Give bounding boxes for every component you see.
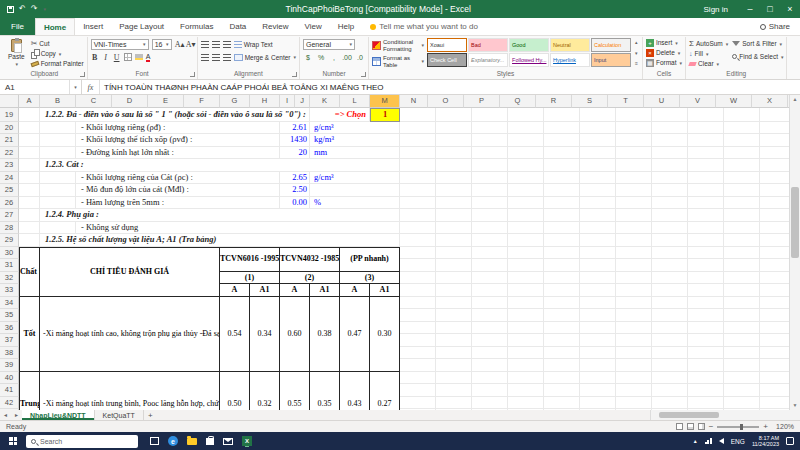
- task-view-icon[interactable]: [150, 437, 159, 445]
- increase-decimal-icon[interactable]: .00: [342, 54, 352, 61]
- align-center-icon[interactable]: [212, 54, 220, 61]
- cell-ham-luong-unit[interactable]: %: [310, 197, 400, 210]
- zoom-out-icon[interactable]: −: [709, 422, 714, 431]
- cell-style-hyperlink[interactable]: Hyperlink: [550, 53, 590, 67]
- qat-customize-icon[interactable]: ▾: [43, 0, 46, 18]
- sheet-nav-right-icon[interactable]: ►: [11, 410, 22, 420]
- minimize-button[interactable]: –: [740, 0, 760, 18]
- table-num3[interactable]: (3): [340, 272, 400, 285]
- tray-expand-icon[interactable]: ▲: [693, 438, 698, 444]
- table-good-name[interactable]: Tốt: [19, 297, 40, 372]
- cells-empty[interactable]: [400, 259, 800, 272]
- table-quality-header[interactable]: Chất lượng vật liệu: [19, 247, 40, 297]
- cell-style-neutral[interactable]: Neutral: [550, 38, 590, 52]
- column-header-K[interactable]: K: [310, 95, 340, 108]
- italic-button[interactable]: I: [102, 53, 110, 62]
- cell-empty[interactable]: [19, 108, 40, 122]
- network-icon[interactable]: [705, 438, 712, 444]
- cells-empty[interactable]: [400, 297, 800, 310]
- column-header-A[interactable]: A: [19, 95, 40, 108]
- row-header-20[interactable]: 20: [0, 122, 19, 135]
- close-button[interactable]: ×: [780, 0, 800, 18]
- vertical-scrollbar[interactable]: ▲ ▼: [789, 95, 800, 410]
- cell-khoi-luong-rieng-unit[interactable]: g/cm³: [310, 122, 400, 135]
- undo-icon[interactable]: ↶: [19, 0, 26, 18]
- row-header-27[interactable]: 27: [0, 209, 19, 222]
- vertical-scroll-thumb[interactable]: [791, 187, 799, 258]
- column-header-D[interactable]: D: [112, 95, 148, 108]
- alignment-dialog-launcher[interactable]: [292, 72, 297, 77]
- column-header-H[interactable]: H: [250, 95, 280, 108]
- table-group2-header[interactable]: TCVN4032 -1985 (PP vữa nhanh): [280, 247, 340, 272]
- column-header-L[interactable]: L: [340, 95, 370, 108]
- underline-button[interactable]: U: [113, 53, 121, 62]
- cell-mo-dun-value[interactable]: 2.50: [280, 184, 310, 197]
- sort-filter-button[interactable]: Sort & Filter▾: [732, 39, 783, 48]
- cell-empty[interactable]: [19, 122, 40, 135]
- cell-chon-label[interactable]: => Chọn: [310, 108, 370, 122]
- table-good-v6[interactable]: 0.30: [370, 297, 400, 372]
- row-header-43[interactable]: 43: [0, 409, 19, 410]
- cell-empty[interactable]: [19, 197, 40, 210]
- borders-icon[interactable]: [124, 53, 132, 61]
- cell-mo-dun-unit[interactable]: [310, 184, 400, 197]
- bold-button[interactable]: B: [91, 53, 99, 62]
- cells-empty[interactable]: [400, 172, 800, 185]
- cell-empty[interactable]: [40, 197, 76, 210]
- table-medium-v5[interactable]: 0.43: [340, 372, 370, 411]
- row-header-35[interactable]: 35: [0, 309, 19, 322]
- zoom-slider-thumb[interactable]: [740, 424, 743, 430]
- row-header-21[interactable]: 21: [0, 134, 19, 147]
- row-header-24[interactable]: 24: [0, 172, 19, 185]
- zoom-level[interactable]: 120%: [772, 423, 794, 430]
- table-medium-v1[interactable]: 0.50: [220, 372, 250, 411]
- cell-empty[interactable]: [19, 184, 40, 197]
- share-button[interactable]: Share: [750, 18, 800, 35]
- cell-style-calculation[interactable]: Calculation: [591, 38, 631, 52]
- maximize-button[interactable]: □: [760, 0, 780, 18]
- cell-empty[interactable]: [19, 172, 40, 185]
- tell-me-box[interactable]: Tell me what you want to do: [362, 18, 486, 35]
- action-center-icon[interactable]: [786, 437, 794, 445]
- zoom-slider[interactable]: [717, 426, 759, 428]
- cells-empty[interactable]: [400, 159, 800, 172]
- format-as-table-button[interactable]: Format as Table ▾: [372, 54, 424, 69]
- name-box[interactable]: A1: [0, 80, 70, 94]
- cells-empty[interactable]: [400, 372, 800, 385]
- table-good-v2[interactable]: 0.34: [250, 297, 280, 372]
- insert-cells-button[interactable]: +Insert▾: [646, 38, 678, 47]
- table-medium-v3[interactable]: 0.55: [280, 372, 310, 411]
- row-header-23[interactable]: 23: [0, 159, 19, 172]
- cells-empty[interactable]: [400, 134, 800, 147]
- font-size-select[interactable]: 16▾: [152, 39, 172, 50]
- sheet-tab-nhaplieu[interactable]: NhapLieu&NDTT: [22, 410, 95, 420]
- delete-cells-button[interactable]: ×Delete▾: [646, 48, 680, 57]
- number-dialog-launcher[interactable]: [361, 72, 366, 77]
- name-box-dropdown-icon[interactable]: ▾: [70, 80, 82, 94]
- column-header-U[interactable]: U: [644, 95, 680, 108]
- cell-section-122[interactable]: 1.2.2. Đá - điền vào ô sau là số " 1 " (…: [40, 108, 310, 122]
- cell-style-normal[interactable]: Xoaui: [427, 38, 467, 52]
- row-header-26[interactable]: 26: [0, 197, 19, 210]
- cells-empty[interactable]: [400, 359, 800, 372]
- table-medium-criteria[interactable]: -Xi măng hoạt tính trung bình, Pooc lăng…: [40, 372, 220, 411]
- column-header-Q[interactable]: Q: [500, 95, 536, 108]
- row-header-36[interactable]: 36: [0, 322, 19, 335]
- language-indicator[interactable]: ENG: [731, 438, 745, 445]
- align-right-icon[interactable]: [223, 54, 231, 61]
- align-middle-icon[interactable]: [212, 41, 220, 48]
- row-header-19[interactable]: 19: [0, 108, 19, 122]
- decrease-font-icon[interactable]: A▾: [186, 40, 194, 49]
- column-header-J[interactable]: J: [295, 95, 310, 108]
- cells-empty[interactable]: [400, 347, 800, 360]
- start-button[interactable]: [0, 432, 26, 450]
- fill-color-icon[interactable]: [135, 54, 143, 60]
- zoom-in-icon[interactable]: +: [763, 422, 768, 431]
- cells-empty[interactable]: [400, 284, 800, 297]
- save-icon[interactable]: [7, 6, 14, 13]
- row-header-38[interactable]: 38: [0, 347, 19, 360]
- taskbar-search-box[interactable]: Search: [26, 435, 138, 448]
- find-select-button[interactable]: Find & Select▾: [732, 52, 783, 61]
- table-group3-header[interactable]: (PP nhanh): [340, 247, 400, 272]
- paste-button[interactable]: Paste ▾: [5, 38, 28, 68]
